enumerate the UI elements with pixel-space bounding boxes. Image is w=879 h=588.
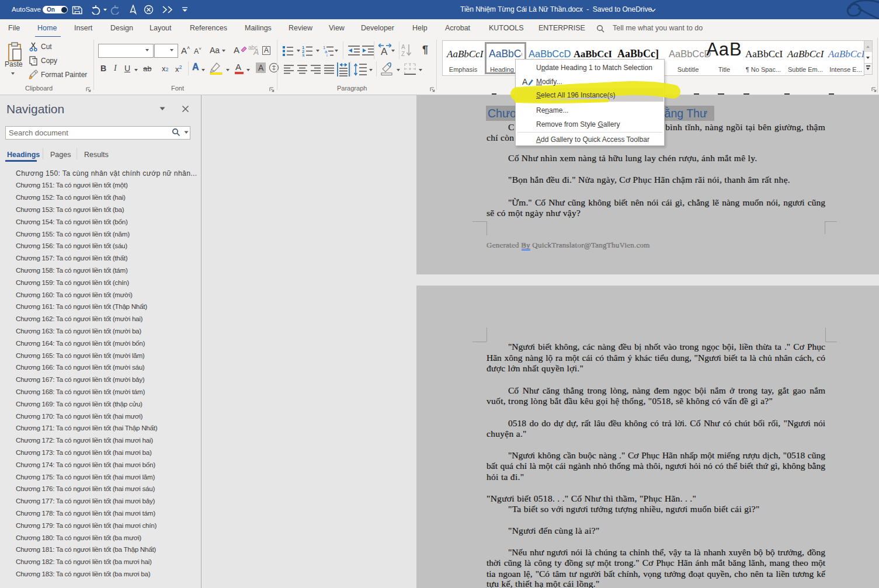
svg-text:A: A bbox=[381, 46, 388, 57]
svg-text:A: A bbox=[522, 77, 528, 86]
svg-text:A: A bbox=[401, 44, 405, 50]
svg-text:3: 3 bbox=[302, 53, 304, 57]
svg-text:i: i bbox=[326, 53, 328, 57]
svg-text:Z: Z bbox=[401, 51, 405, 57]
